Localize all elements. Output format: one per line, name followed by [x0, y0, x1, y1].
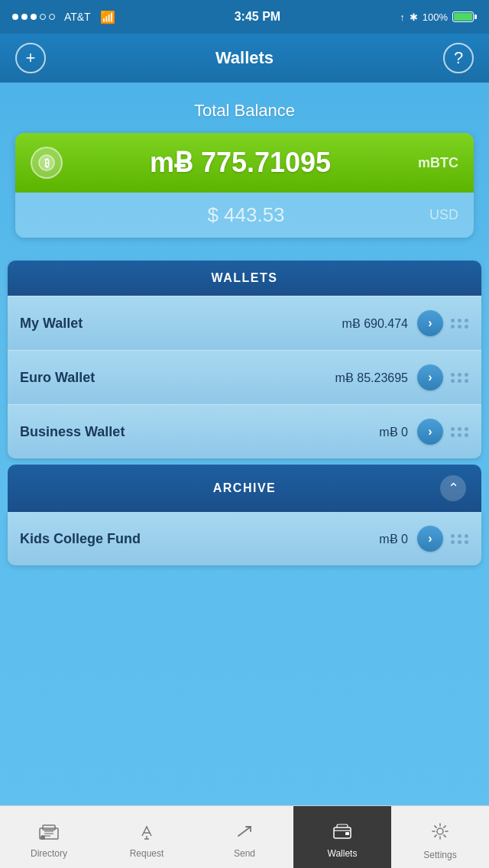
wifi-icon: 📶 [100, 10, 115, 24]
status-right: ↑ ✱ 100% [400, 11, 477, 23]
battery-tip [474, 15, 477, 19]
balance-card: ₿ mɃ 775.71095 mBTC $ 443.53 USD [15, 133, 474, 238]
signal-dot-3 [31, 14, 37, 20]
usd-balance-row: $ 443.53 USD [15, 193, 474, 238]
add-wallet-button[interactable]: + [15, 43, 46, 73]
bluetooth-icon: ✱ [410, 11, 418, 23]
tab-directory[interactable]: Directory [0, 806, 98, 868]
wallet-name-kids-college: Kids College Fund [20, 531, 379, 547]
settings-icon [429, 821, 451, 847]
wallet-chevron-business-wallet[interactable]: › [417, 419, 443, 445]
location-icon: ↑ [400, 11, 405, 23]
wallet-item-kids-college[interactable]: Kids College Fund mɃ 0 › [8, 512, 481, 565]
total-balance-section: Total Balance ₿ mɃ 775.71095 mBTC $ 443.… [0, 83, 489, 253]
tab-settings[interactable]: Settings [391, 806, 489, 868]
btc-balance-row: ₿ mɃ 775.71095 mBTC [15, 133, 474, 193]
wallet-name-euro-wallet: Euro Wallet [20, 370, 335, 386]
battery-indicator [452, 11, 477, 22]
wallet-item-business-wallet[interactable]: Business Wallet mɃ 0 › [8, 404, 481, 458]
tab-send-label: Send [234, 848, 255, 859]
wallet-name-business-wallet: Business Wallet [20, 424, 379, 440]
wallet-balance-business-wallet: mɃ 0 [379, 425, 408, 439]
wallet-item-my-wallet[interactable]: My Wallet mɃ 690.474 › [8, 296, 481, 350]
status-time: 3:45 PM [235, 10, 280, 24]
wallet-balance-euro-wallet: mɃ 85.23695 [335, 371, 408, 385]
carrier-label: AT&T [64, 11, 91, 23]
nav-bar: + Wallets ? [0, 34, 489, 83]
chevron-up-icon: ⌃ [448, 480, 459, 497]
tab-settings-label: Settings [423, 850, 456, 860]
status-bar: AT&T 📶 3:45 PM ↑ ✱ 100% [0, 0, 489, 34]
btc-unit: mBTC [418, 155, 458, 171]
drag-handle-euro-wallet [451, 373, 469, 383]
drag-handle-kids-college [451, 534, 469, 544]
usd-amount: $ 443.53 [73, 203, 419, 227]
wallet-chevron-kids-college[interactable]: › [417, 526, 443, 552]
wallets-header: WALLETS [8, 261, 481, 296]
send-icon [234, 822, 255, 845]
battery-percent: 100% [423, 11, 448, 23]
wallet-name-my-wallet: My Wallet [20, 316, 342, 332]
main-content: Total Balance ₿ mɃ 775.71095 mBTC $ 443.… [0, 83, 489, 805]
status-left: AT&T 📶 [12, 10, 115, 24]
total-balance-label: Total Balance [15, 101, 474, 121]
btc-amount: mɃ 775.71095 [73, 147, 407, 179]
request-icon [136, 822, 157, 845]
tab-wallets-label: Wallets [328, 848, 358, 859]
wallets-section: WALLETS My Wallet mɃ 690.474 › Euro Wall… [0, 261, 489, 458]
signal-dot-1 [12, 14, 18, 20]
wallet-chevron-my-wallet[interactable]: › [417, 310, 443, 336]
wallets-card: WALLETS My Wallet mɃ 690.474 › Euro Wall… [8, 261, 481, 458]
svg-point-10 [437, 828, 443, 834]
drag-handle-business-wallet [451, 427, 469, 437]
tab-request[interactable]: Request [98, 806, 196, 868]
tab-directory-label: Directory [31, 848, 67, 859]
page-title: Wallets [215, 48, 274, 68]
svg-text:₿: ₿ [44, 157, 50, 169]
wallet-balance-kids-college: mɃ 0 [379, 532, 408, 546]
bitcoin-icon: ₿ [31, 147, 63, 179]
wallet-item-euro-wallet[interactable]: Euro Wallet mɃ 85.23695 › [8, 350, 481, 404]
signal-dot-4 [40, 14, 46, 20]
drag-handle-my-wallet [451, 319, 469, 329]
wallet-balance-my-wallet: mɃ 690.474 [342, 316, 408, 331]
signal-dot-2 [21, 14, 28, 20]
usd-unit: USD [429, 207, 458, 223]
battery-fill [454, 13, 472, 21]
tab-send[interactable]: Send [196, 806, 293, 868]
help-button[interactable]: ? [443, 43, 474, 73]
signal-dot-5 [49, 14, 55, 20]
archive-header: ARCHIVE ⌃ [8, 465, 481, 512]
tab-request-label: Request [130, 848, 164, 859]
wallets-icon [332, 822, 353, 845]
svg-rect-3 [43, 825, 55, 830]
archive-card: Kids College Fund mɃ 0 › [8, 512, 481, 565]
svg-rect-9 [345, 832, 349, 835]
tab-wallets[interactable]: Wallets [293, 806, 391, 868]
wallet-chevron-euro-wallet[interactable]: › [417, 364, 443, 390]
svg-point-7 [40, 835, 45, 840]
directory-icon [38, 822, 60, 845]
tab-bar: Directory Request Send [0, 805, 489, 868]
archive-label: ARCHIVE [49, 481, 440, 495]
archive-section: ARCHIVE ⌃ Kids College Fund mɃ 0 › [0, 465, 489, 565]
archive-toggle-button[interactable]: ⌃ [440, 475, 466, 501]
